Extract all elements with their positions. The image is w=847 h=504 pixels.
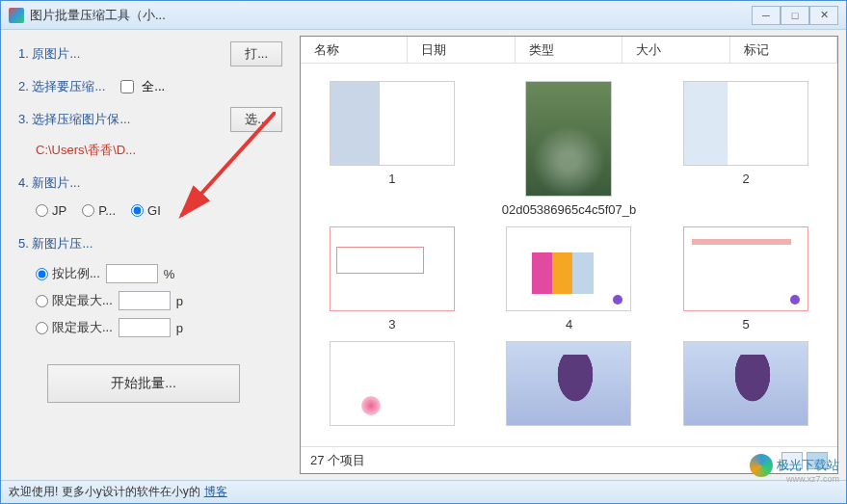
format-jp[interactable]: JP	[36, 203, 66, 218]
list-item[interactable]: 4	[495, 226, 644, 332]
thumbnail-image	[683, 81, 808, 166]
radio-maxh[interactable]	[36, 322, 48, 334]
thumbnail-label: 2	[743, 172, 750, 186]
ratio-unit: %	[164, 267, 175, 281]
step2-label: 2. 选择要压缩...	[18, 78, 105, 95]
blog-link[interactable]: 博客	[204, 484, 227, 500]
step1-row: 1. 原图片... 打...	[18, 41, 282, 66]
list-item[interactable]	[672, 341, 820, 426]
maximize-button[interactable]: □	[781, 6, 809, 25]
start-batch-button[interactable]: 开始批量...	[47, 364, 240, 403]
file-list-panel: 名称 日期 类型 大小 标记 1 02d05386965c4c5f07_b 2	[300, 36, 838, 474]
maxh-option[interactable]: 限定最大...	[36, 319, 113, 336]
format-radio-group: JP P... GI	[36, 203, 282, 218]
col-tag[interactable]: 标记	[730, 37, 837, 63]
thumbnail-image	[330, 226, 455, 311]
step1-label: 1. 原图片...	[18, 45, 80, 63]
minimize-button[interactable]: ─	[752, 6, 781, 25]
thumbnail-image	[506, 341, 631, 426]
thumbnail-label: 3	[388, 317, 395, 332]
maxw-unit: p	[176, 294, 183, 308]
radio-png[interactable]	[82, 204, 94, 217]
maxh-unit: p	[176, 321, 183, 335]
size-ratio-row: 按比例... %	[36, 264, 282, 283]
step3-label: 3. 选择压缩图片保...	[18, 111, 130, 128]
ratio-input[interactable]	[106, 264, 158, 283]
ratio-option[interactable]: 按比例...	[36, 265, 100, 282]
view-thumbnails-button[interactable]	[807, 452, 828, 469]
radio-maxw[interactable]	[36, 295, 48, 307]
col-name[interactable]: 名称	[301, 37, 408, 63]
maxw-input[interactable]	[119, 291, 171, 310]
format-gif[interactable]: GI	[131, 203, 161, 218]
col-date[interactable]: 日期	[408, 37, 515, 63]
size-maxw-row: 限定最大... p	[36, 291, 282, 310]
list-item[interactable]: 02d05386965c4c5f07_b	[495, 81, 644, 217]
list-item[interactable]: 2	[672, 81, 820, 217]
radio-ratio[interactable]	[36, 268, 48, 280]
size-maxh-row: 限定最大... p	[36, 318, 282, 337]
thumbnail-image	[330, 341, 455, 426]
select-all-checkbox[interactable]	[120, 80, 134, 93]
select-all-label: 全...	[142, 78, 165, 95]
col-size[interactable]: 大小	[622, 37, 729, 63]
view-details-button[interactable]	[781, 452, 803, 469]
statusbar: 欢迎使用! 更多小y设计的软件在小y的 博客	[1, 480, 846, 503]
save-path-text: C:\Users\香香\D...	[36, 142, 282, 159]
app-window: 图片批量压缩工具（小... ─ □ ✕ 1. 原图片... 打... 2. 选择…	[0, 0, 847, 504]
thumbnail-image	[506, 226, 631, 311]
window-title: 图片批量压缩工具（小...	[30, 7, 752, 24]
statusbar-text: 欢迎使用! 更多小y设计的软件在小y的	[9, 484, 200, 500]
step4-label: 4. 新图片...	[18, 174, 80, 192]
list-item[interactable]: 3	[318, 226, 466, 332]
maxh-input[interactable]	[119, 318, 171, 337]
step4-row: 4. 新图片...	[18, 171, 282, 196]
list-item[interactable]: 1	[318, 81, 466, 217]
step5-label: 5. 新图片压...	[18, 235, 93, 252]
step5-row: 5. 新图片压...	[18, 231, 282, 256]
thumbnail-image	[525, 81, 612, 197]
thumbnail-grid: 1 02d05386965c4c5f07_b 2 3 4	[301, 64, 837, 446]
list-status-row: 27 个项目	[301, 446, 837, 473]
app-icon	[9, 8, 24, 23]
step2-row: 2. 选择要压缩... 全...	[18, 74, 282, 99]
close-button[interactable]: ✕	[809, 6, 838, 25]
titlebar[interactable]: 图片批量压缩工具（小... ─ □ ✕	[1, 1, 846, 30]
view-mode-buttons	[781, 452, 828, 469]
thumbnail-image	[683, 341, 808, 426]
list-item[interactable]	[495, 341, 644, 426]
col-type[interactable]: 类型	[516, 37, 622, 63]
maxw-option[interactable]: 限定最大...	[36, 292, 113, 309]
choose-folder-button[interactable]: 选...	[230, 107, 282, 132]
radio-jp[interactable]	[36, 204, 48, 217]
list-item[interactable]	[318, 341, 466, 426]
thumbnail-image	[683, 226, 808, 311]
window-body: 1. 原图片... 打... 2. 选择要压缩... 全... 3. 选择压缩图…	[1, 30, 846, 480]
thumbnail-label: 5	[743, 317, 750, 332]
thumbnail-label: 4	[566, 317, 572, 332]
format-png[interactable]: P...	[82, 203, 116, 218]
step3-row: 3. 选择压缩图片保... 选...	[18, 107, 282, 132]
window-controls: ─ □ ✕	[752, 6, 838, 25]
column-headers: 名称 日期 类型 大小 标记	[301, 37, 837, 64]
settings-panel: 1. 原图片... 打... 2. 选择要压缩... 全... 3. 选择压缩图…	[1, 30, 300, 480]
thumbnail-label: 1	[388, 172, 395, 186]
radio-gif[interactable]	[131, 204, 144, 217]
thumbnail-label: 02d05386965c4c5f07_b	[502, 202, 637, 217]
open-button[interactable]: 打...	[230, 41, 282, 66]
list-item[interactable]: 5	[672, 226, 820, 332]
item-count: 27 个项目	[310, 452, 365, 469]
thumbnail-image	[330, 81, 455, 166]
